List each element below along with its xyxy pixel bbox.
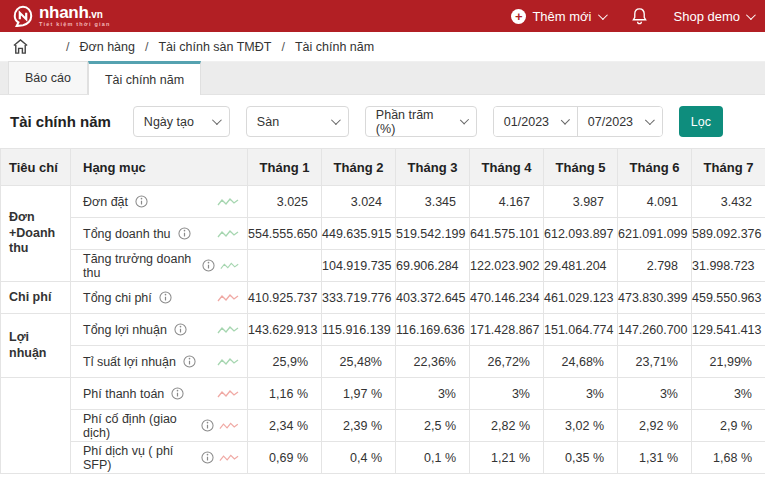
month-to-value: 07/2023 [588,115,633,129]
info-icon[interactable] [171,387,184,400]
header-month-4: Tháng 4 [470,149,544,186]
category-label: Đơn đặt [83,195,128,209]
value-cell: 171.428.867 [470,314,544,346]
value-cell: 1,31 % [618,442,692,474]
sparkline-trend-down-icon [217,388,239,400]
value-cell: 2,5 % [396,410,470,442]
shop-selector[interactable]: Shop demo [674,9,754,24]
chevron-down-icon [561,116,570,125]
value-cell: 459.550.963 [692,282,765,314]
value-cell: 333.719.776 [322,282,396,314]
header-criteria: Tiêu chí [1,149,71,186]
value-cell: 122.023.902 [470,250,544,282]
value-cell: 410.925.737 [248,282,322,314]
category-cell: Tổng doanh thu [71,218,248,250]
value-cell: 403.372.645 [396,282,470,314]
value-cell: 3% [544,378,618,410]
info-icon[interactable] [201,419,214,432]
value-cell: 21,99% [692,346,765,378]
value-cell: 2,39 % [322,410,396,442]
sparkline-trend-down-icon [219,452,239,464]
table-row: Phí cố định (giao dịch) 2,34 %2,39 %2,5 … [1,410,765,442]
breadcrumb-label: Tài chính năm [295,40,374,54]
value-cell: 641.575.101 [470,218,544,250]
chevron-down-icon [331,115,341,125]
tab-bao-cao[interactable]: Báo cáo [8,61,88,94]
table-row: Phí dịch vụ ( phí SFP) 0,69 %0,4 %0,1 %1… [1,442,765,474]
info-icon[interactable] [178,227,191,240]
sparkline-trend-down-icon [217,292,239,304]
value-cell: 104.919.735 [322,250,396,282]
finance-table: Tiêu chí Hạng mục Tháng 1 Tháng 2 Tháng … [0,148,765,474]
value-cell: 3.345 [396,186,470,218]
logo-suffix: .vn [89,9,103,20]
month-from-select[interactable]: 01/2023 [494,107,578,136]
value-cell: 2,34 % [248,410,322,442]
sparkline-trend-up-icon [217,356,239,368]
value-cell: 1,68 % [692,442,765,474]
info-icon[interactable] [183,355,196,368]
value-cell: 29.481.204 [544,250,618,282]
value-cell: 23,71% [618,346,692,378]
add-new-button[interactable]: + Thêm mới [511,9,604,24]
category-cell: Tăng trưởng doanh thu [71,250,248,282]
info-icon[interactable] [135,195,148,208]
category-label: Tổng lợi nhuận [83,323,167,337]
table-row: Tỉ suất lợi nhuận 25,9%25,48%22,36%26,72… [1,346,765,378]
category-label: Tổng doanh thu [83,227,171,241]
tab-bar: Báo cáo Tài chính năm [0,62,765,95]
value-cell: 612.093.897 [544,218,618,250]
value-cell: 24,68% [544,346,618,378]
top-bar: nhanh.vn Tiết kiệm thời gian + Thêm mới … [0,0,765,32]
value-cell: 31.998.723 [692,250,765,282]
home-button[interactable] [10,37,30,57]
value-cell: 0,4 % [322,442,396,474]
value-cell: 3,02 % [544,410,618,442]
header-month-7: Tháng 7 [692,149,765,186]
sort-select[interactable]: Ngày tạo [133,106,230,137]
value-cell: 3.025 [248,186,322,218]
value-cell: 1,16 % [248,378,322,410]
filter-button[interactable]: Lọc [679,106,723,137]
criteria-group-cell [1,378,71,474]
value-cell: 151.064.774 [544,314,618,346]
category-cell: Tổng chi phí [71,282,248,314]
info-icon[interactable] [201,451,214,464]
value-cell: 589.092.376 [692,218,765,250]
breadcrumb-item-annual-finance[interactable]: / Tài chính năm [281,40,374,54]
logo-tagline: Tiết kiệm thời gian [39,22,111,28]
header-month-6: Tháng 6 [618,149,692,186]
month-range-picker: 01/2023 07/2023 [493,106,663,137]
value-cell: 26,72% [470,346,544,378]
info-icon[interactable] [202,259,215,272]
info-icon[interactable] [159,291,172,304]
unit-select[interactable]: Phần trăm (%) [365,106,477,137]
category-cell: Phí dịch vụ ( phí SFP) [71,442,248,474]
category-cell: Tỉ suất lợi nhuận [71,346,248,378]
nhanh-logo[interactable]: nhanh.vn Tiết kiệm thời gian [12,4,111,28]
home-icon [12,38,29,55]
table-row: Phí thanh toán 1,16 %1,97 %3%3%3%3%3% [1,378,765,410]
chevron-down-icon [212,115,222,125]
info-icon[interactable] [174,323,187,336]
sparkline-trend-up-icon [217,196,239,208]
tab-tai-chinh-nam[interactable]: Tài chính năm [88,61,201,95]
value-cell: 3.024 [322,186,396,218]
sparkline-trend-up-icon [217,228,239,240]
value-cell: 115.916.139 [322,314,396,346]
month-to-select[interactable]: 07/2023 [578,107,662,136]
value-cell: 470.146.234 [470,282,544,314]
value-cell: 554.555.650 [248,218,322,250]
breadcrumb-separator: / [145,40,148,54]
notifications-bell-icon[interactable] [631,7,648,25]
value-cell: 69.906.284 [396,250,470,282]
sparkline-trend-up-icon [220,260,239,272]
value-cell: 0,1 % [396,442,470,474]
table-row: Lợi nhuận Tổng lợi nhuận 143.629.913115.… [1,314,765,346]
category-cell: Phí thanh toán [71,378,248,410]
breadcrumb-item-orders[interactable]: / Đơn hàng [66,40,135,54]
breadcrumb-item-ecommerce-finance[interactable]: / Tài chính sàn TMĐT [145,40,272,54]
value-cell: 621.091.099 [618,218,692,250]
category-label: Tổng chi phí [83,291,152,305]
channel-select[interactable]: Sàn [246,106,349,137]
